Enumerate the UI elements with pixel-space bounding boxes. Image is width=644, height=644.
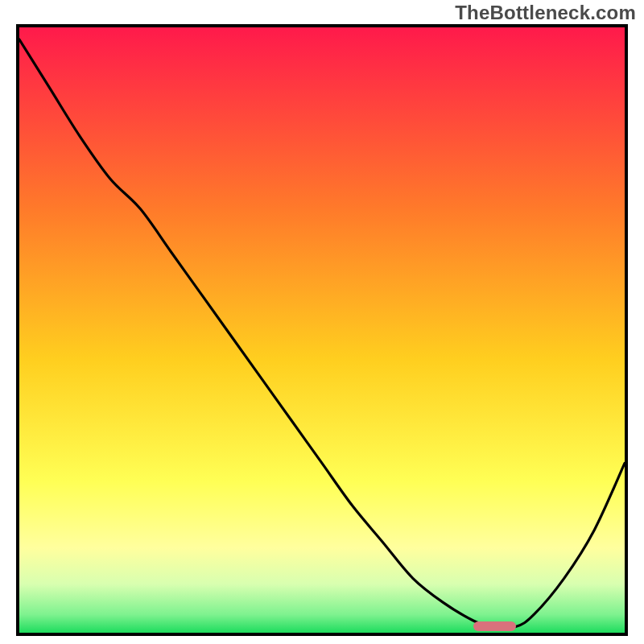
optimal-range-marker xyxy=(473,621,516,631)
chart-container: TheBottleneck.com xyxy=(0,0,644,644)
bottleneck-curve xyxy=(19,27,625,633)
watermark-text: TheBottleneck.com xyxy=(455,2,636,24)
plot-frame xyxy=(16,24,628,636)
